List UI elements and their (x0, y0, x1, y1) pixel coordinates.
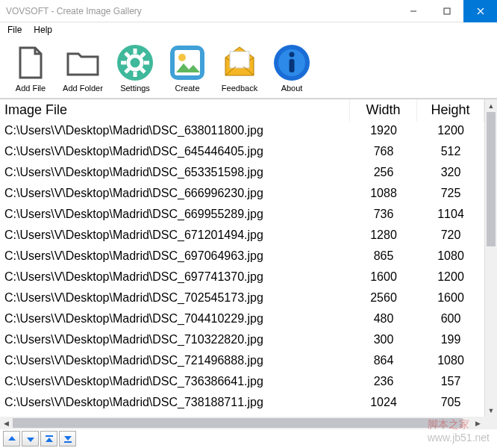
column-header-path[interactable]: Image File (0, 99, 350, 122)
table-row[interactable]: C:\Users\V\Desktop\Madrid\DSC_671201494.… (0, 226, 484, 247)
svg-line-11 (141, 69, 145, 72)
minimize-button[interactable] (396, 0, 430, 22)
cell-path: C:\Users\V\Desktop\Madrid\DSC_666996230.… (0, 184, 350, 205)
svg-line-13 (125, 69, 129, 72)
info-icon (272, 43, 311, 82)
svg-line-12 (141, 53, 145, 57)
footer-toolbar (0, 429, 497, 448)
add-folder-label: Add Folder (63, 84, 103, 93)
add-folder-button[interactable]: Add Folder (60, 43, 106, 93)
cell-width: 865 (350, 247, 417, 268)
table-row[interactable]: C:\Users\V\Desktop\Madrid\DSC_702545173.… (0, 289, 484, 310)
scroll-right-arrow-icon[interactable]: ▶ (472, 417, 484, 429)
file-grid: Image File Width Height C:\Users\V\Deskt… (0, 99, 497, 417)
menu-help[interactable]: Help (29, 23, 57, 37)
cell-height: 1200 (417, 122, 484, 143)
cell-width: 480 (350, 310, 417, 331)
cell-path: C:\Users\V\Desktop\Madrid\DSC_710322820.… (0, 331, 350, 352)
scroll-up-arrow-icon[interactable]: ▲ (485, 99, 497, 112)
table-row[interactable]: C:\Users\V\Desktop\Madrid\DSC_653351598.… (0, 164, 484, 184)
table-row[interactable]: C:\Users\V\Desktop\Madrid\DSC_697064963.… (0, 247, 484, 268)
menubar: File Help (0, 22, 497, 37)
add-file-label: Add File (16, 84, 46, 93)
cell-width: 1600 (350, 268, 417, 289)
table-row[interactable]: C:\Users\V\Desktop\Madrid\DSC_666996230.… (0, 184, 484, 205)
cell-path: C:\Users\V\Desktop\Madrid\DSC_653351598.… (0, 164, 350, 184)
cell-path: C:\Users\V\Desktop\Madrid\DSC_638011800.… (0, 122, 350, 143)
column-header-height[interactable]: Height (417, 99, 484, 122)
cell-height: 1104 (417, 205, 484, 226)
cell-width: 1024 (350, 393, 417, 414)
table-row[interactable]: C:\Users\V\Desktop\Madrid\DSC_645446405.… (0, 143, 484, 164)
svg-rect-23 (64, 441, 72, 443)
cell-width: 768 (350, 143, 417, 164)
cell-width: 1920 (350, 122, 417, 143)
table-row[interactable]: C:\Users\V\Desktop\Madrid\DSC_738188711.… (0, 393, 484, 414)
cell-width: 256 (350, 164, 417, 184)
titlebar[interactable]: VOVSOFT - Create Image Gallery (0, 0, 497, 22)
cell-path: C:\Users\V\Desktop\Madrid\DSC_721496888.… (0, 352, 350, 373)
cell-height: 320 (417, 164, 484, 184)
cell-height: 600 (417, 310, 484, 331)
table-row[interactable]: C:\Users\V\Desktop\Madrid\DSC_710322820.… (0, 331, 484, 352)
vertical-scrollbar[interactable]: ▲ ▼ (484, 99, 497, 417)
table-row[interactable]: C:\Users\V\Desktop\Madrid\DSC_697741370.… (0, 268, 484, 289)
cell-path: C:\Users\V\Desktop\Madrid\DSC_669955289.… (0, 205, 350, 226)
hscroll-thumb[interactable] (13, 418, 463, 428)
svg-point-20 (290, 52, 295, 57)
window-title: VOVSOFT - Create Image Gallery (6, 6, 142, 16)
maximize-button[interactable] (430, 0, 463, 22)
svg-point-16 (178, 54, 186, 61)
svg-rect-1 (444, 8, 450, 14)
scroll-down-arrow-icon[interactable]: ▼ (485, 404, 497, 417)
scroll-thumb[interactable] (487, 112, 496, 246)
cell-path: C:\Users\V\Desktop\Madrid\DSC_704410229.… (0, 310, 350, 331)
table-row[interactable]: C:\Users\V\Desktop\Madrid\DSC_669955289.… (0, 205, 484, 226)
image-icon (168, 43, 207, 82)
table-row[interactable]: C:\Users\V\Desktop\Madrid\DSC_638011800.… (0, 122, 484, 143)
about-button[interactable]: About (269, 43, 315, 93)
close-button[interactable] (463, 0, 497, 22)
move-up-button[interactable] (3, 431, 20, 447)
svg-rect-22 (46, 435, 53, 437)
move-bottom-button[interactable] (59, 431, 76, 447)
file-icon (11, 43, 50, 82)
table-row[interactable]: C:\Users\V\Desktop\Madrid\DSC_704410229.… (0, 310, 484, 331)
column-header-width[interactable]: Width (350, 99, 417, 122)
grid-header: Image File Width Height (0, 99, 484, 122)
folder-icon (63, 43, 102, 82)
cell-path: C:\Users\V\Desktop\Madrid\DSC_702545173.… (0, 289, 350, 310)
cell-height: 512 (417, 143, 484, 164)
gear-icon (116, 43, 154, 82)
cell-height: 157 (417, 373, 484, 393)
cell-path: C:\Users\V\Desktop\Madrid\DSC_697064963.… (0, 247, 350, 268)
add-file-button[interactable]: Add File (7, 43, 54, 93)
svg-rect-21 (290, 59, 295, 72)
cell-path: C:\Users\V\Desktop\Madrid\DSC_645446405.… (0, 143, 350, 164)
scroll-left-arrow-icon[interactable]: ◀ (0, 417, 13, 429)
cell-width: 236 (350, 373, 417, 393)
menu-file[interactable]: File (3, 23, 26, 37)
cell-height: 705 (417, 393, 484, 414)
table-row[interactable]: C:\Users\V\Desktop\Madrid\DSC_736386641.… (0, 373, 484, 393)
create-button[interactable]: Create (164, 43, 210, 93)
move-top-button[interactable] (40, 431, 57, 447)
feedback-button[interactable]: Feedback (216, 43, 263, 93)
envelope-icon (220, 43, 259, 82)
cell-path: C:\Users\V\Desktop\Madrid\DSC_738188711.… (0, 393, 350, 414)
cell-height: 720 (417, 226, 484, 247)
move-down-button[interactable] (22, 431, 39, 447)
cell-width: 1280 (350, 226, 417, 247)
svg-line-10 (125, 53, 129, 57)
cell-height: 1080 (417, 247, 484, 268)
horizontal-scrollbar[interactable]: ◀ ▶ (0, 417, 497, 429)
cell-width: 736 (350, 205, 417, 226)
cell-height: 1600 (417, 289, 484, 310)
settings-label: Settings (120, 84, 150, 93)
cell-height: 725 (417, 184, 484, 205)
cell-path: C:\Users\V\Desktop\Madrid\DSC_671201494.… (0, 226, 350, 247)
feedback-label: Feedback (222, 84, 257, 93)
settings-button[interactable]: Settings (112, 43, 158, 93)
svg-rect-17 (230, 52, 249, 68)
table-row[interactable]: C:\Users\V\Desktop\Madrid\DSC_721496888.… (0, 352, 484, 373)
